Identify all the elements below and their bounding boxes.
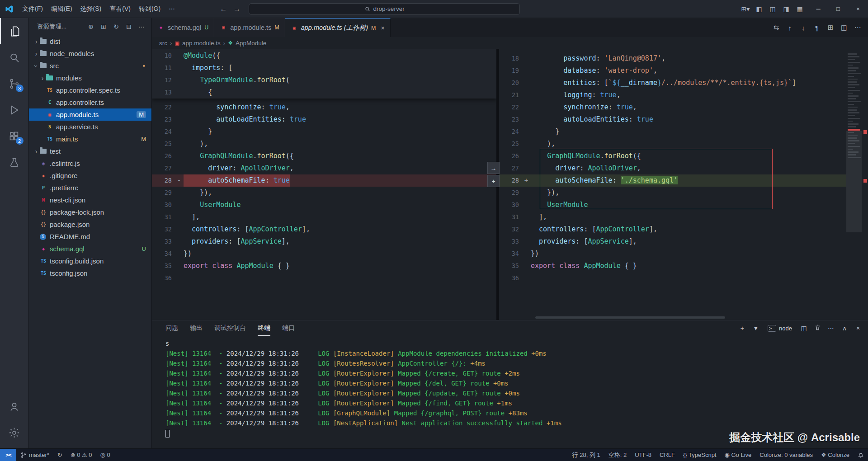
maximize-panel-icon[interactable]: ∧ [839,325,850,332]
editor-tab[interactable]: ◈schema.gqlU [152,18,214,37]
panel-tab[interactable]: 问题 [165,320,178,336]
tree-item[interactable]: iREADME.md [29,230,151,243]
source-control-icon[interactable]: 3 [0,71,29,97]
tree-item[interactable]: {}package.json [29,218,151,230]
tree-item[interactable]: ›test [29,145,151,157]
breadcrumb-item[interactable]: app.module.ts [182,40,221,47]
horizontal-scrollbar[interactable] [535,316,725,319]
profile-icon[interactable]: ⊞▾ [739,5,752,13]
inline-view-icon[interactable]: ⇆ [770,24,782,32]
tree-item[interactable]: Sapp.service.ts [29,121,151,133]
kill-terminal-icon[interactable] [812,324,823,332]
more-editor-actions-icon[interactable]: ⋯ [852,24,863,32]
remote-indicator[interactable]: >< [0,449,16,461]
open-preview-icon[interactable]: ⊞ [825,24,836,32]
stage-change-icon[interactable]: + [487,175,500,187]
cursor-position[interactable]: 行 28, 列 1 [568,449,604,461]
tree-item[interactable]: ▣app.module.tsM [29,108,151,121]
indentation[interactable]: 空格: 2 [604,449,631,461]
previous-change-icon[interactable]: ↑ [784,24,796,32]
more-panel-actions-icon[interactable]: ⋯ [826,325,836,332]
menu-item[interactable]: 编辑(E) [47,5,76,13]
close-panel-icon[interactable]: × [853,325,863,332]
menu-item[interactable]: ⋯ [165,5,179,13]
colorize-variables[interactable]: Colorize: 0 variables [755,449,817,461]
language-mode[interactable]: {} TypeScript [679,449,720,461]
tree-item[interactable]: TStsconfig.json [29,267,151,279]
panel-tab[interactable]: 输出 [190,320,203,336]
toggle-panel-icon[interactable]: ◫ [766,5,779,13]
tree-item[interactable]: Capp.controller.ts [29,96,151,108]
nav-forward-icon[interactable]: → [233,5,241,13]
new-folder-icon[interactable]: ⊞ [98,23,109,30]
file-tree[interactable]: ›dist›node_modules›src•›modulesTSapp.con… [29,35,151,448]
tree-item[interactable]: ◈schema.gqlU [29,243,151,255]
diff-modified-pane[interactable]: 18 password: 'LanQing@0817',19 database:… [499,49,846,320]
breadcrumb-symbol[interactable]: AppModule [236,40,266,47]
minimize-button[interactable]: ─ [808,0,828,18]
tree-item[interactable]: ›modules [29,72,151,84]
ports-forwarded[interactable]: ◎ 0 [96,449,114,461]
tree-item[interactable]: ◉.eslintrc.js [29,157,151,169]
nav-back-icon[interactable]: ← [220,5,227,13]
git-branch[interactable]: master* [16,449,53,461]
tree-item[interactable]: Nnest-cli.json [29,194,151,206]
panel-tab[interactable]: 端口 [282,320,295,336]
split-terminal-icon[interactable]: ◫ [798,325,809,332]
go-live[interactable]: ◉ Go Live [721,449,756,461]
menu-item[interactable]: 转到(G) [135,5,165,13]
tree-item[interactable]: TSmain.tsM [29,133,151,145]
command-center-search[interactable]: drop-server [249,3,520,15]
new-terminal-icon[interactable]: + [737,325,748,332]
revert-change-icon[interactable]: → [487,162,500,174]
tree-item[interactable]: ◆.gitignore [29,169,151,182]
explorer-icon[interactable] [0,18,29,44]
more-actions-icon[interactable]: ⋯ [136,23,147,30]
split-editor-icon[interactable]: ◫ [838,24,850,32]
close-button[interactable]: × [848,0,868,18]
diff-editor[interactable]: 22 synchronize: true,23 autoLoadEntities… [152,49,868,320]
testing-icon[interactable] [0,149,29,175]
tree-item[interactable]: ›dist [29,35,151,47]
minimap[interactable] [846,49,862,320]
editor-tab[interactable]: ▣app.module.tsM [214,18,285,37]
run-debug-icon[interactable] [0,97,29,123]
account-icon[interactable] [0,393,29,419]
terminal-list-item[interactable]: >_node [764,325,796,332]
tree-item[interactable]: P.prettierrc [29,182,151,194]
customize-layout-icon[interactable]: ▦ [793,5,807,13]
notifications[interactable] [854,449,868,461]
collapse-folders-icon[interactable]: ⊟ [123,23,134,30]
panel-tab[interactable]: 终端 [258,320,270,336]
breadcrumb[interactable]: src›▣app.module.ts›❖AppModule [152,37,868,49]
close-tab-icon[interactable]: × [381,24,384,32]
search-icon[interactable] [0,44,29,71]
tree-item[interactable]: ›node_modules [29,47,151,60]
panel-tab[interactable]: 调试控制台 [214,320,246,336]
problems[interactable]: ⊗ 0 ⚠ 0 [66,449,96,461]
eol[interactable]: CRLF [656,449,679,461]
tree-item[interactable]: ›src• [29,60,151,72]
tree-item[interactable]: TSapp.controller.spec.ts [29,84,151,96]
menu-item[interactable]: 选择(S) [76,5,106,13]
terminal-dropdown-icon[interactable]: ▾ [750,325,761,332]
menu-item[interactable]: 文件(F) [18,5,47,13]
new-file-icon[interactable]: ⊕ [85,23,96,30]
toggle-secondary-sidebar-icon[interactable]: ◨ [779,5,793,13]
refresh-explorer-icon[interactable]: ↻ [111,23,122,30]
maximize-button[interactable]: □ [828,0,848,18]
whitespace-icon[interactable]: ¶ [811,24,823,32]
tree-item[interactable]: TStsconfig.build.json [29,255,151,267]
extensions-icon[interactable]: 2 [0,123,29,149]
diff-original-pane[interactable]: 22 synchronize: true,23 autoLoadEntities… [152,49,496,320]
tree-item[interactable]: {}package-lock.json [29,206,151,218]
editor-tab[interactable]: ▣app.module.ts (工作树)M× [285,18,391,37]
menu-item[interactable]: 查看(V) [105,5,135,13]
colorize[interactable]: ❖ Colorize [817,449,854,461]
sync-status[interactable]: ↻ [53,449,66,461]
encoding[interactable]: UTF-8 [631,449,656,461]
settings-icon[interactable] [0,419,29,446]
breadcrumb-item[interactable]: src [159,40,167,47]
toggle-primary-sidebar-icon[interactable]: ◧ [752,5,766,13]
next-change-icon[interactable]: ↓ [797,24,809,32]
